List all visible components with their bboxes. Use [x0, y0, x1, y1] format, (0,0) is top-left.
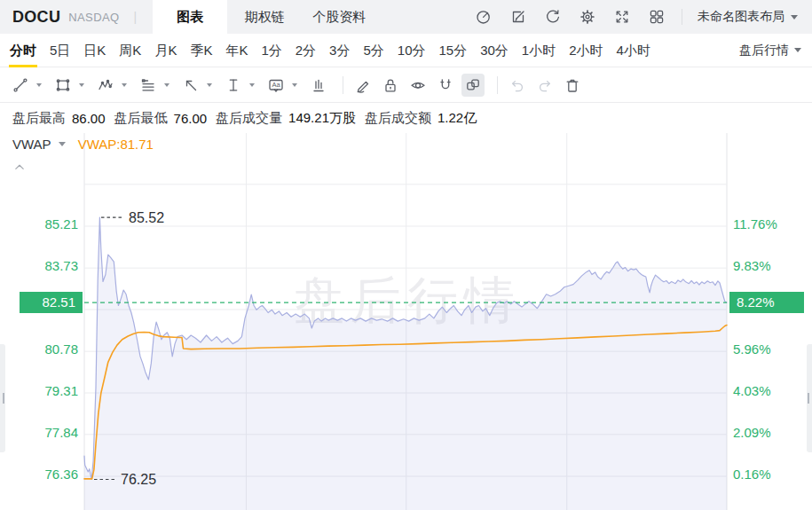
trendline-tool[interactable] — [9, 74, 32, 97]
session-selector[interactable]: 盘后行情 — [739, 43, 801, 59]
drawing-toolbar: Aa — [0, 67, 812, 103]
chevron-down-icon[interactable] — [207, 83, 212, 87]
price-axis-label: 83.73 — [44, 258, 78, 273]
divider: | — [134, 10, 138, 24]
title-bar: DOCU NASDAQ | 图表 期权链 个股资料 未命名图表布局 — [0, 0, 812, 34]
stat-low-label: 盘后最低 — [114, 110, 168, 127]
stat-volume-label: 盘后成交量 — [216, 110, 282, 127]
timeframe-10min[interactable]: 10分 — [397, 34, 427, 67]
timeframe-1y[interactable]: 年K — [225, 34, 248, 67]
stat-high-value: 86.00 — [72, 111, 106, 126]
divider — [497, 76, 498, 94]
timeframe-1w[interactable]: 周K — [118, 34, 142, 67]
percent-axis-label: 0.16% — [733, 467, 771, 482]
visibility-eye-icon[interactable] — [406, 74, 430, 97]
lock-icon[interactable] — [379, 74, 402, 97]
chevron-down-icon[interactable] — [164, 83, 169, 87]
chart-area: 盘后行情 85.5276.25 VWAP VWAP:81.71 85.2183.… — [0, 133, 812, 510]
percent-axis-label: 11.76% — [733, 216, 777, 231]
percent-axis-label: 4.03% — [733, 383, 771, 398]
titlebar-icons: 未命名图表布局 — [474, 0, 812, 34]
symbol-ticker: DOCU — [12, 8, 60, 27]
timeframe-1q[interactable]: 季K — [189, 34, 213, 67]
right-panel-handle[interactable] — [807, 344, 812, 452]
indicator-name: VWAP — [12, 137, 51, 152]
stat-turnover-label: 盘后成交额 — [365, 110, 431, 127]
magnet-icon[interactable] — [434, 74, 457, 97]
timeframe-1mo[interactable]: 月K — [154, 34, 177, 67]
free-draw-pencil-icon[interactable] — [351, 74, 374, 97]
settings-gear-icon[interactable] — [578, 7, 597, 27]
left-panel-handle[interactable] — [0, 344, 5, 452]
indicator-row[interactable]: VWAP VWAP:81.71 — [12, 137, 154, 152]
delete-trash-icon[interactable] — [561, 74, 584, 97]
session-stats-bar: 盘后最高86.00 盘后最低76.00 盘后成交量149.21万股 盘后成交额1… — [0, 103, 812, 133]
tab-chart[interactable]: 图表 — [153, 0, 227, 34]
percent-axis-label: 9.83% — [733, 258, 771, 273]
chevron-down-icon[interactable] — [122, 83, 127, 87]
edit-icon[interactable] — [508, 7, 528, 27]
tab-option-chain[interactable]: 期权链 — [227, 0, 302, 34]
stat-low-value: 76.00 — [174, 111, 208, 126]
stat-high-label: 盘后最高 — [12, 110, 66, 127]
price-axis-label: 85.21 — [44, 216, 78, 231]
chart-layout-selector[interactable]: 未命名图表布局 — [698, 9, 801, 25]
timeframe-1d[interactable]: 日K — [83, 34, 106, 67]
fullscreen-icon[interactable] — [612, 7, 632, 27]
undo-icon[interactable] — [506, 74, 529, 97]
tab-stock-info[interactable]: 个股资料 — [302, 0, 376, 34]
chevron-down-icon[interactable] — [36, 83, 42, 87]
chevron-down-icon[interactable] — [292, 83, 297, 87]
current-percent-badge: 8.22% — [729, 292, 804, 313]
fibonacci-lines-tool[interactable] — [137, 74, 160, 97]
pattern-marker-tool[interactable] — [307, 74, 330, 97]
current-price-badge: 82.51 — [20, 292, 83, 313]
divider — [682, 9, 682, 25]
timeframe-5d[interactable]: 5日 — [49, 34, 71, 67]
symbol-group: DOCU NASDAQ | — [0, 0, 149, 34]
exchange-label: NASDAQ — [68, 11, 119, 24]
main-tabs: 图表 期权链 个股资料 — [153, 0, 376, 34]
timeframe-15min[interactable]: 15分 — [438, 34, 468, 67]
timeframe-30min[interactable]: 30分 — [479, 34, 509, 67]
refresh-icon[interactable] — [543, 7, 563, 27]
timeframe-bar: 分时 5日 日K 周K 月K 季K 年K 1分 2分 3分 5分 10分 15分… — [0, 34, 812, 67]
annotation-label: 76.25 — [121, 472, 156, 487]
timeframe-2min[interactable]: 2分 — [295, 34, 317, 67]
timeframe-5min[interactable]: 5分 — [362, 34, 384, 67]
collapse-chevron-icon[interactable] — [13, 160, 26, 176]
layout-grid-icon[interactable] — [647, 7, 666, 27]
timeframe-3min[interactable]: 3分 — [328, 34, 351, 67]
timeframe-2h[interactable]: 2小时 — [568, 34, 603, 67]
timeframe-1h[interactable]: 1小时 — [521, 34, 556, 67]
timeframe-1min[interactable]: 1分 — [260, 34, 282, 67]
chevron-down-icon — [791, 15, 798, 20]
svg-text:Aa: Aa — [272, 81, 280, 89]
divider — [343, 76, 343, 94]
wave-pattern-tool[interactable] — [94, 74, 117, 97]
sync-drawings-icon[interactable] — [461, 74, 485, 97]
price-axis-label: 77.84 — [44, 425, 78, 440]
session-selector-label: 盘后行情 — [739, 43, 789, 59]
annotation-label: 85.52 — [129, 210, 164, 225]
percent-axis-label: 5.96% — [733, 341, 771, 357]
price-range-tool[interactable] — [222, 74, 245, 97]
chevron-down-icon[interactable] — [79, 83, 84, 87]
chart-layout-name: 未命名图表布局 — [698, 9, 784, 25]
stat-volume-value: 149.21万股 — [288, 110, 356, 127]
chevron-down-icon[interactable] — [249, 83, 255, 87]
percent-axis-label: 2.09% — [733, 425, 771, 440]
arrow-tool[interactable] — [179, 74, 202, 97]
timeframe-4h[interactable]: 4小时 — [616, 34, 651, 67]
text-annotation-tool[interactable]: Aa — [264, 74, 288, 97]
performance-gauge-icon[interactable] — [474, 7, 493, 27]
timeframe-fenshi[interactable]: 分时 — [9, 34, 37, 67]
price-axis-label: 76.36 — [44, 467, 78, 482]
redo-icon[interactable] — [533, 74, 556, 97]
chevron-down-icon — [794, 48, 801, 52]
shape-tool[interactable] — [51, 74, 75, 97]
price-axis-label: 79.31 — [44, 383, 78, 398]
chart-canvas[interactable]: 85.5276.25 — [0, 133, 812, 510]
indicator-readout: VWAP:81.71 — [78, 137, 154, 152]
chevron-down-icon — [59, 142, 66, 146]
